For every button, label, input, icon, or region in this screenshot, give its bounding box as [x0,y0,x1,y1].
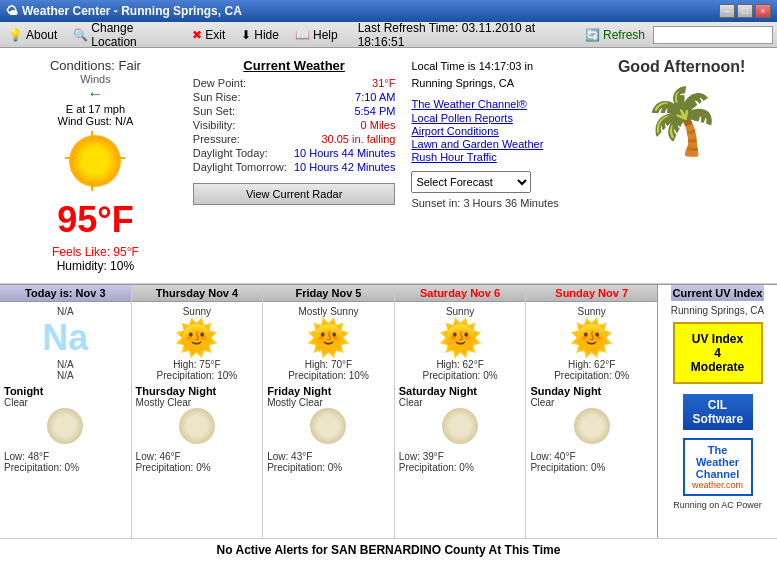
greeting-text: Good Afternoon! [618,58,745,76]
sunset-text: Sunset in: 3 Hours 36 Minutes [411,197,584,209]
radar-button[interactable]: View Current Radar [193,183,396,205]
close-button[interactable]: × [755,4,771,18]
day-precip: N/A [4,370,127,381]
minimize-button[interactable]: – [719,4,735,18]
day-header: Thursday Nov 4 [132,285,263,302]
greeting-panel: Good Afternoon! 🌴 [592,54,771,277]
airport-conditions-link[interactable]: Airport Conditions [411,125,584,137]
magnifier-icon: 🔍 [73,28,88,42]
current-weather-panel: Current Weather Dew Point: 31°F Sun Rise… [185,54,404,277]
lawn-garden-link[interactable]: Lawn and Garden Weather [411,138,584,150]
forecast-day-0: Today is: Nov 3 N/A Na N/A N/A Tonight C… [0,285,132,538]
day-condition: Sunny [399,306,522,317]
sun-icon: 🌞 [438,317,483,359]
help-menu[interactable]: 📖 Help [291,27,342,43]
night-precip: Precipitation: 0% [530,462,653,473]
winds-label: Winds [80,73,111,85]
na-display: Na [42,317,88,359]
day-low: Low: 39°F [399,451,522,462]
day-condition: N/A [4,306,127,317]
night-label: Saturday Night [399,385,522,397]
wind-gust: Wind Gust: N/A [58,115,134,127]
pressure-row: Pressure: 30.05 in. falling [193,133,396,145]
forecast-day-2: Friday Nov 5 Mostly Sunny 🌞 High: 70°F P… [263,285,395,538]
day-icon-area: Na [4,317,127,359]
day-condition: Sunny [136,306,259,317]
forecast-days-container: Today is: Nov 3 N/A Na N/A N/A Tonight C… [0,285,657,538]
forecast-day-3: Saturday Nov 6 Sunny 🌞 High: 62°F Precip… [395,285,527,538]
refresh-button[interactable]: 🔄 Refresh [585,28,645,42]
title-text: Weather Center - Running Springs, CA [22,4,242,18]
day-precip: Precipitation: 0% [399,370,522,381]
night-icon [4,408,127,451]
exit-menu[interactable]: ✖ Exit [188,27,229,43]
day-high: High: 70°F [267,359,390,370]
day-precip: Precipitation: 0% [530,370,653,381]
night-precip: Precipitation: 0% [267,462,390,473]
select-forecast-dropdown[interactable]: Select Forecast [411,171,531,193]
rush-hour-link[interactable]: Rush Hour Traffic [411,151,584,163]
temperature-display: 95°F [57,199,133,241]
day-icon-area: 🌞 [267,317,390,359]
night-label: Tonight [4,385,127,397]
forecast-section: Today is: Nov 3 N/A Na N/A N/A Tonight C… [0,284,777,538]
local-time-panel: Local Time is 14:17:03 in Running Spring… [403,54,592,277]
day-header: Today is: Nov 3 [0,285,131,302]
main-content: Conditions: Fair Winds ← E at 17 mph Win… [0,48,777,561]
night-condition: Mostly Clear [267,397,390,408]
alert-message: No Active Alerts for SAN BERNARDINO Coun… [217,543,561,557]
day-high: High: 62°F [399,359,522,370]
refresh-icon: 🔄 [585,28,600,42]
conditions-text: Conditions: Fair [50,58,141,73]
night-icon [267,408,390,451]
maximize-button[interactable]: □ [737,4,753,18]
night-icon [530,408,653,451]
change-location-menu[interactable]: 🔍 Change Location [69,20,180,50]
feels-like: Feels Like: 95°F [52,245,139,259]
wind-arrow-icon: ← [87,85,103,103]
sun-set-row: Sun Set: 5:54 PM [193,105,396,117]
day-condition: Sunny [530,306,653,317]
sun-rise-row: Sun Rise: 7:10 AM [193,91,396,103]
palm-tree-graphic: 🌴 [642,84,722,159]
day-header: Sunday Nov 7 [526,285,657,302]
local-pollen-link[interactable]: Local Pollen Reports [411,112,584,124]
search-input[interactable] [653,26,773,44]
day-header: Saturday Nov 6 [395,285,526,302]
cil-badge: CIL Software [683,394,753,430]
day-icon-area: 🌞 [399,317,522,359]
day-low: Low: 43°F [267,451,390,462]
menu-bar: 💡 About 🔍 Change Location ✖ Exit ⬇ Hide … [0,22,777,48]
night-condition: Clear [4,397,127,408]
wind-speed: E at 17 mph [66,103,125,115]
weather-channel-link[interactable]: The Weather Channel® [411,98,527,110]
night-condition: Clear [530,397,653,408]
power-status: Running on AC Power [673,500,762,510]
sun-icon: 🌞 [306,317,351,359]
night-condition: Mostly Clear [136,397,259,408]
day-high: High: 62°F [530,359,653,370]
forecast-day-4: Sunday Nov 7 Sunny 🌞 High: 62°F Precipit… [526,285,657,538]
app-icon: 🌤 [6,4,18,18]
sun-graphic [65,131,125,191]
day-header: Friday Nov 5 [263,285,394,302]
top-section: Conditions: Fair Winds ← E at 17 mph Win… [0,48,777,284]
uv-badge: UV Index 4 Moderate [673,322,763,384]
humidity: Humidity: 10% [57,259,134,273]
night-icon [399,408,522,451]
day-precip: Precipitation: 10% [136,370,259,381]
uv-header: Current UV Index [671,285,765,301]
last-refresh-label: Last Refresh Time: 03.11.2010 at 18:16:5… [358,21,573,49]
day-icon-area: 🌞 [136,317,259,359]
exit-icon: ✖ [192,28,202,42]
day-high: High: 75°F [136,359,259,370]
night-icon [136,408,259,451]
about-menu[interactable]: 💡 About [4,27,61,43]
hide-menu[interactable]: ⬇ Hide [237,27,283,43]
twc-badge[interactable]: The Weather Channel weather.com [683,438,753,496]
night-label: Friday Night [267,385,390,397]
twc-url: weather.com [689,480,747,490]
uv-index-panel: Current UV Index Running Springs, CA UV … [657,285,777,538]
day-high: N/A [4,359,127,370]
night-label: Thursday Night [136,385,259,397]
